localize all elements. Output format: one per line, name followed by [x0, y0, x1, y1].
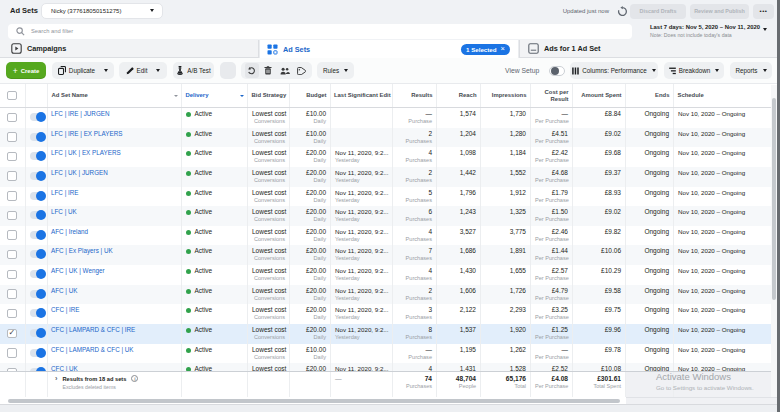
- row-checkbox[interactable]: [7, 152, 17, 162]
- discard-drafts-button[interactable]: Discard Drafts: [630, 4, 686, 20]
- reports-button[interactable]: Reports: [730, 62, 772, 79]
- undo-button[interactable]: [245, 63, 259, 78]
- ad-set-name-cell[interactable]: LFC | UK | EX PLAYERS: [48, 147, 182, 167]
- row-checkbox-cell: [0, 108, 26, 128]
- ad-set-name-link[interactable]: LFC | UK | EX PLAYERS: [51, 149, 177, 157]
- ad-set-name-cell[interactable]: LFC | UK | JURGEN: [48, 167, 182, 187]
- column-header-amount-spent[interactable]: Amount Spent: [573, 84, 626, 107]
- totals-results-value: 74: [397, 375, 432, 383]
- ad-set-name-link[interactable]: LFC | IRE | EX PLAYERS: [51, 130, 177, 138]
- status-toggle[interactable]: [30, 133, 45, 141]
- date-range-picker[interactable]: Last 7 days: Nov 5, 2020 – Nov 11, 2020 …: [650, 24, 780, 40]
- status-toggle[interactable]: [30, 349, 45, 357]
- row-checkbox[interactable]: [7, 211, 17, 221]
- status-toggle[interactable]: [30, 113, 45, 121]
- row-checkbox[interactable]: [7, 171, 17, 181]
- ad-set-name-link[interactable]: CFC | IRE: [51, 306, 177, 314]
- ad-set-name-link[interactable]: LFC | IRE | JURGEN: [51, 110, 177, 118]
- row-checkbox[interactable]: [7, 270, 17, 280]
- ad-set-name-cell[interactable]: CFC | LAMPARD & CFC | IRE: [48, 324, 182, 344]
- edit-button[interactable]: Edit: [119, 62, 167, 79]
- horizontal-scrollbar-thumb[interactable]: [8, 399, 620, 403]
- column-header-name[interactable]: Ad Set Name: [48, 84, 182, 107]
- column-header-results[interactable]: Results: [393, 84, 437, 107]
- row-checkbox[interactable]: [7, 113, 17, 123]
- status-toggle[interactable]: [30, 270, 45, 278]
- account-dropdown[interactable]: Nicky (377618050151275): [41, 3, 163, 20]
- close-icon[interactable]: ×: [501, 46, 505, 52]
- ad-set-name-cell[interactable]: AFC | Ireland: [48, 226, 182, 246]
- view-setup-toggle[interactable]: [549, 66, 565, 76]
- ad-set-name-link[interactable]: LFC | UK: [51, 208, 177, 216]
- selected-filter-pill[interactable]: 1 Selected ×: [461, 44, 510, 55]
- ab-test-button[interactable]: A/B Test: [173, 62, 214, 79]
- column-header-schedule[interactable]: Schedule: [674, 84, 780, 107]
- column-header-last-edit[interactable]: Last Significant Edit: [331, 84, 393, 107]
- review-and-publish-button[interactable]: Review and Publish: [690, 4, 749, 20]
- column-header-bid-strategy[interactable]: Bid Strategy: [248, 84, 290, 107]
- ad-set-name-link[interactable]: AFC | UK | Wenger: [51, 267, 177, 275]
- status-toggle[interactable]: [30, 152, 45, 160]
- status-toggle[interactable]: [30, 172, 45, 180]
- column-header-delivery[interactable]: Delivery: [182, 84, 248, 107]
- ad-set-name-link[interactable]: AFC | Ex Players | UK: [51, 247, 177, 255]
- ad-set-name-cell[interactable]: CFC | IRE: [48, 304, 182, 324]
- ad-set-name-cell[interactable]: LFC | IRE: [48, 187, 182, 207]
- status-toggle[interactable]: [30, 309, 45, 317]
- export-button[interactable]: [295, 63, 309, 78]
- ad-set-name-cell[interactable]: LFC | IRE | EX PLAYERS: [48, 128, 182, 148]
- rules-button[interactable]: Rules: [317, 62, 354, 79]
- row-checkbox[interactable]: [7, 250, 17, 260]
- toggle-knob: [36, 269, 46, 279]
- column-header-budget[interactable]: Budget: [290, 84, 331, 107]
- ad-set-name-cell[interactable]: AFC | UK | Wenger: [48, 265, 182, 285]
- ad-set-name-cell[interactable]: LFC | UK: [48, 206, 182, 226]
- column-header-cost-per-result[interactable]: Cost per Result: [531, 84, 573, 107]
- search-input[interactable]: Search and filter: [8, 24, 632, 39]
- more-options-button[interactable]: •••: [753, 4, 774, 20]
- row-checkbox[interactable]: [7, 230, 17, 240]
- row-checkbox[interactable]: [7, 132, 17, 142]
- ad-set-name-link[interactable]: LFC | UK | JURGEN: [51, 169, 177, 177]
- row-checkbox[interactable]: [7, 309, 17, 319]
- status-toggle[interactable]: [30, 211, 45, 219]
- status-toggle[interactable]: [30, 329, 45, 337]
- column-header-impressions[interactable]: Impressions: [481, 84, 531, 107]
- ad-set-name-cell[interactable]: AFC | UK: [48, 285, 182, 305]
- delete-button[interactable]: [262, 63, 276, 78]
- ad-set-name-cell[interactable]: CFC | LAMPARD & CFC | UK: [48, 344, 182, 364]
- row-checkbox[interactable]: [7, 289, 17, 299]
- column-header-reach[interactable]: Reach: [437, 84, 481, 107]
- ad-set-name-link[interactable]: CFC | LAMPARD & CFC | IRE: [51, 326, 177, 334]
- tab-ad-sets[interactable]: Ad Sets 1 Selected ×: [260, 40, 518, 58]
- audience-button[interactable]: [278, 63, 292, 78]
- status-toggle[interactable]: [30, 231, 45, 239]
- status-toggle[interactable]: [30, 192, 45, 200]
- columns-button[interactable]: Columns: Performance: [570, 62, 658, 79]
- tab-ads[interactable]: Ads for 1 Ad Set: [519, 40, 780, 58]
- status-toggle[interactable]: [30, 290, 45, 298]
- chevron-right-icon[interactable]: ›: [55, 375, 58, 382]
- ad-set-name-link[interactable]: AFC | Ireland: [51, 228, 177, 236]
- ad-set-name-link[interactable]: AFC | UK: [51, 287, 177, 295]
- create-button[interactable]: + Create: [6, 62, 46, 79]
- info-icon[interactable]: i: [131, 375, 138, 382]
- select-all-checkbox[interactable]: [7, 91, 17, 101]
- breakdown-button[interactable]: Breakdown: [664, 62, 724, 79]
- status-toggle[interactable]: [30, 250, 45, 258]
- refresh-button[interactable]: [615, 4, 629, 18]
- schedule-cell-value: Nov 10, 2020 – Ongoing: [678, 267, 776, 275]
- row-checkbox[interactable]: [7, 348, 17, 358]
- toggle-knob: [36, 308, 46, 318]
- bid-strategy-cell: Lowest costConversions: [248, 344, 290, 364]
- column-header-ends[interactable]: Ends: [626, 84, 674, 107]
- ad-set-name-link[interactable]: CFC | LAMPARD & CFC | UK: [51, 346, 177, 354]
- row-checkbox[interactable]: ✓: [7, 329, 17, 339]
- duplicate-button[interactable]: Duplicate: [52, 62, 114, 79]
- ad-set-name-cell[interactable]: AFC | Ex Players | UK: [48, 245, 182, 265]
- tab-campaigns[interactable]: Campaigns: [0, 40, 259, 58]
- ad-set-name-cell[interactable]: LFC | IRE | JURGEN: [48, 108, 182, 128]
- ad-set-name-link[interactable]: LFC | IRE: [51, 189, 177, 197]
- row-checkbox[interactable]: [7, 191, 17, 201]
- vertical-scrollbar-thumb[interactable]: [772, 98, 776, 300]
